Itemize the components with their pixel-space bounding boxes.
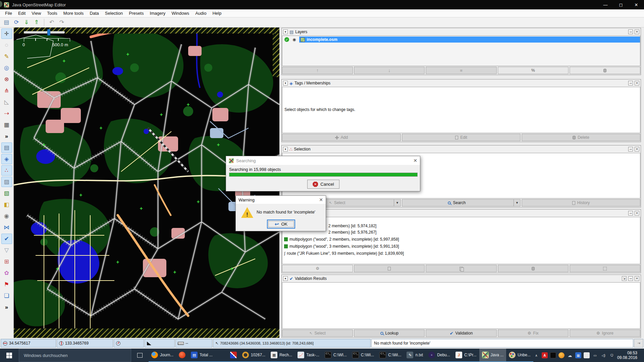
menu-selection[interactable]: Selection — [102, 11, 126, 16]
tray-expander-icon[interactable]: ∧ — [533, 352, 539, 358]
taskbar-app-paint[interactable]: Unbe... — [506, 349, 533, 362]
menu-more-tools[interactable]: More tools — [60, 11, 87, 16]
taskbar-app-total-commander[interactable]: ▤Total ... — [188, 349, 215, 362]
more-panels-icon[interactable]: » — [1, 302, 12, 312]
close-dialog-icon[interactable]: ✕ — [319, 197, 323, 202]
building-tool-icon[interactable]: ▦ — [1, 120, 12, 130]
search-dropdown-arrow-icon[interactable]: ▼ — [514, 199, 520, 206]
menu-audio[interactable]: Audio — [192, 11, 209, 16]
move-layer-up-button[interactable]: ↑ — [282, 67, 353, 74]
new-relation-button[interactable]: ⚙ — [282, 265, 353, 272]
ignore-button[interactable]: ⚙Ignore — [570, 329, 640, 337]
open-file-icon[interactable]: ▤ — [2, 18, 11, 27]
menu-help[interactable]: Help — [209, 11, 224, 16]
lookup-button[interactable]: Lookup — [354, 329, 425, 337]
validation-toggle-icon[interactable]: ✔ — [1, 234, 12, 244]
measure-tool-icon[interactable]: ◺ — [1, 97, 12, 107]
taskbar-app-console-3[interactable]: C:\_C:\Wi... — [377, 349, 404, 362]
taskbar-app-updater[interactable]: 10267... — [239, 349, 268, 362]
avira-tray-icon[interactable]: A — [542, 352, 548, 358]
changeset-toggle-icon[interactable]: ▨ — [1, 177, 12, 187]
close-dialog-icon[interactable]: ✕ — [413, 158, 417, 163]
changeset-manager-icon[interactable]: ❏ — [1, 291, 12, 301]
taskbar-app-text-editor[interactable]: ✎n.txt — [404, 349, 426, 362]
close-panel-icon[interactable]: ✕ — [635, 29, 639, 34]
select-members-button[interactable] — [570, 265, 640, 272]
menu-imagery[interactable]: Imagery — [147, 11, 168, 16]
layer-row-incomplete[interactable]: ✓ ◉ incomplete.osm — [282, 37, 640, 43]
delete-layer-button[interactable] — [570, 67, 640, 74]
minimap-toggle-icon[interactable]: ⋈ — [1, 222, 12, 233]
tags-toggle-icon[interactable]: ◈ — [1, 154, 12, 164]
taskbar-app-pens[interactable] — [227, 349, 239, 362]
collapse-arrow-icon[interactable]: ▼ — [283, 147, 288, 152]
delete-tag-button[interactable]: Delete — [522, 134, 640, 141]
relation-row[interactable]: multipolygon ("wood", 3 members, incompl… — [282, 243, 640, 249]
firefox-tray-icon[interactable] — [558, 352, 565, 358]
stick-panel-icon[interactable]: ⊸ — [628, 81, 633, 85]
volume-tray-icon[interactable]: ◁) — [600, 352, 606, 358]
taskbar-app-josm[interactable]: Java ... — [479, 349, 506, 362]
close-button[interactable]: ✕ — [629, 0, 644, 9]
search-button[interactable]: Search ▼ — [402, 199, 521, 206]
selection-toggle-icon[interactable]: ∴ — [1, 165, 12, 176]
redo-icon[interactable]: ↷ — [57, 18, 66, 27]
delete-tool-icon[interactable]: ⊗ — [1, 74, 12, 84]
zoom-slider-handle[interactable] — [47, 29, 50, 36]
stick-panel-icon[interactable]: ⊸ — [628, 29, 633, 34]
fix-button[interactable]: ⚙Fix — [498, 329, 569, 337]
menu-edit[interactable]: Edit — [15, 11, 29, 16]
ok-button[interactable]: ↩ OK — [267, 220, 295, 229]
undo-icon[interactable]: ↶ — [47, 18, 56, 27]
merge-layers-button[interactable]: ≡ — [426, 67, 496, 74]
history-button[interactable]: History — [522, 199, 640, 206]
layer-opacity-button[interactable]: % — [498, 67, 569, 74]
zoom-tool-icon[interactable]: ◎ — [1, 63, 12, 73]
taskbar-clock[interactable]: 08:53 09.08.2016 — [617, 351, 641, 360]
edit-relation-button[interactable] — [354, 265, 425, 272]
input-device-tray-icon[interactable] — [550, 352, 556, 358]
layers-toggle-icon[interactable]: ▤ — [1, 142, 12, 153]
relation-row[interactable]: 2 members) [id: 5,974,182] — [282, 223, 640, 229]
layer-visibility-eye-icon[interactable]: ◉ — [292, 37, 296, 42]
grid-tray-icon[interactable] — [584, 352, 590, 358]
taskbar-app-opera[interactable] — [176, 349, 188, 362]
map-zoom-slider[interactable] — [24, 31, 65, 34]
maximize-button[interactable]: ◻ — [613, 0, 629, 9]
styles-toggle-icon[interactable]: ✿ — [1, 268, 12, 278]
validation-select-button[interactable]: ↖Select — [282, 329, 353, 337]
stick-panel-icon[interactable]: ⊸ — [628, 211, 633, 216]
menu-view[interactable]: View — [29, 11, 44, 16]
taskbar-app-grid[interactable] — [215, 349, 227, 362]
upload-arrow-icon[interactable]: ⇑ — [32, 18, 41, 27]
menu-tools[interactable]: Tools — [44, 11, 60, 16]
add-tag-button[interactable]: Add — [282, 134, 401, 141]
relation-row[interactable]: multipolygon ("wood", 2 members, incompl… — [282, 236, 640, 242]
download-data-icon[interactable]: ⟳ — [12, 18, 21, 27]
layer-selected-highlight[interactable]: incomplete.osm — [299, 37, 640, 43]
detach-panel-icon[interactable]: ⇲ — [622, 276, 627, 281]
relation-row[interactable]: ∫ route ("JR Fukuen Line", 93 members, i… — [282, 250, 640, 256]
menu-windows[interactable]: Windows — [168, 11, 192, 16]
draw-nodes-tool-icon[interactable]: ✎ — [1, 51, 12, 62]
taskbar-app-eclipse[interactable]: ≡Debu... — [426, 349, 453, 362]
taskbar-app-java[interactable]: JC:\Pr... — [453, 349, 479, 362]
taskbar-app-console-1[interactable]: C:\_C:\WI... — [322, 349, 350, 362]
split-way-tool-icon[interactable]: ⋔ — [1, 85, 12, 96]
minimize-button[interactable]: — — [598, 0, 613, 9]
edit-tag-button[interactable]: Edit — [402, 134, 521, 141]
notes-toggle-icon[interactable]: ⚑ — [1, 279, 12, 290]
select-dropdown-arrow-icon[interactable]: ▼ — [394, 199, 400, 206]
collapse-arrow-icon[interactable]: ▼ — [283, 81, 288, 85]
duplicate-relation-button[interactable] — [426, 265, 496, 272]
lasso-tool-icon[interactable]: ◌ — [1, 40, 12, 50]
menu-data[interactable]: Data — [87, 11, 102, 16]
download-arrow-icon[interactable]: ⇓ — [22, 18, 31, 27]
cloud-tray-icon[interactable]: ☁ — [567, 352, 573, 358]
stick-panel-icon[interactable]: ⊸ — [628, 276, 633, 281]
taskbar-app-firefox[interactable]: Journ... — [149, 349, 176, 362]
delete-relation-button[interactable] — [498, 265, 569, 272]
select-move-tool-icon[interactable]: ✛ — [1, 28, 12, 39]
remote-tray-icon[interactable]: ▦ — [575, 352, 581, 358]
more-tools-icon[interactable]: » — [1, 131, 12, 141]
